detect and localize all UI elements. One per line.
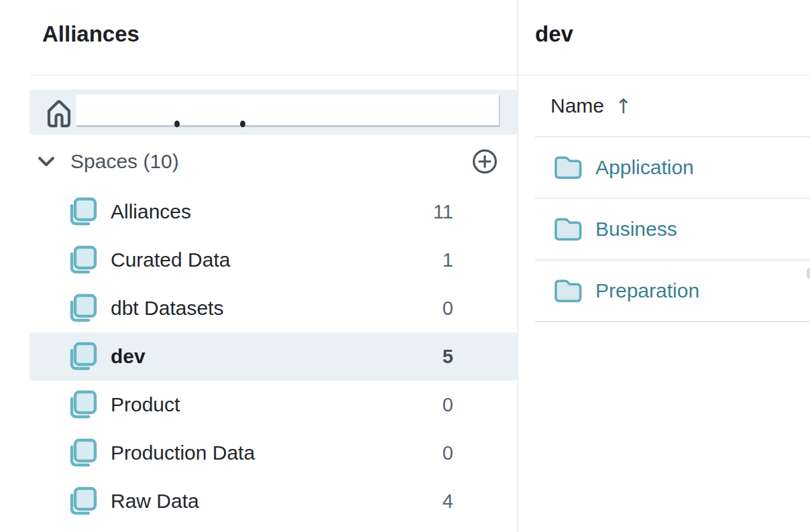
sidebar-space-item[interactable]: dbt Datasets 0 <box>30 284 517 332</box>
folder-row[interactable]: Business <box>535 199 810 261</box>
app-root: Alliances Spaces (10) <box>0 0 810 532</box>
space-icon <box>68 438 97 468</box>
clipped-scroll-element <box>807 268 810 279</box>
chevron-down-icon[interactable] <box>37 155 56 168</box>
name-column-header[interactable]: Name <box>551 94 604 117</box>
main-panel: dev Name ↑ Application Business Preparat… <box>518 0 810 532</box>
folder-icon <box>553 216 583 243</box>
sidebar: Alliances Spaces (10) <box>0 0 517 532</box>
space-item-label: dev <box>111 345 146 368</box>
space-item-label: dbt Datasets <box>111 297 223 320</box>
space-item-label: Product <box>111 393 180 416</box>
space-icon <box>68 486 97 517</box>
folder-list: Application Business Preparation <box>518 137 810 322</box>
folder-row[interactable]: Application <box>535 137 810 199</box>
sidebar-space-item[interactable]: Raw Data 4 <box>30 477 517 525</box>
space-item-count: 0 <box>443 442 453 464</box>
folder-row[interactable]: Preparation <box>535 261 810 322</box>
space-item-count: 1 <box>443 249 453 271</box>
redacted-text-artifact <box>240 121 245 127</box>
folder-icon <box>553 277 583 304</box>
spaces-section-header[interactable]: Spaces (10) <box>0 147 517 176</box>
space-item-count: 5 <box>443 346 453 368</box>
folder-link[interactable]: Application <box>595 156 694 179</box>
home-icon <box>45 97 73 128</box>
folder-link[interactable]: Business <box>595 218 677 241</box>
space-icon <box>68 341 97 372</box>
main-title: dev <box>518 0 810 49</box>
folder-link[interactable]: Preparation <box>595 279 699 302</box>
space-icon <box>68 196 97 227</box>
redacted-text-artifact <box>174 121 180 127</box>
sort-ascending-icon[interactable]: ↑ <box>615 94 632 118</box>
plus-circle-icon <box>472 149 498 174</box>
sidebar-space-item[interactable]: Alliances 11 <box>30 188 517 236</box>
home-row[interactable] <box>30 90 517 135</box>
space-item-label: Alliances <box>111 200 191 223</box>
spaces-section-label: Spaces (10) <box>70 150 179 173</box>
sidebar-space-item[interactable]: Production Data 0 <box>30 429 517 477</box>
sidebar-space-item[interactable]: dev 5 <box>30 332 517 381</box>
sidebar-space-item[interactable]: Curated Data 1 <box>30 236 517 284</box>
table-header[interactable]: Name ↑ <box>518 76 810 136</box>
sidebar-title-divider <box>30 74 517 76</box>
space-item-count: 0 <box>443 297 453 320</box>
space-item-label: Curated Data <box>111 249 230 271</box>
space-item-count: 0 <box>443 394 453 416</box>
folder-icon <box>553 154 583 181</box>
space-item-count: 11 <box>433 201 453 223</box>
space-item-label: Raw Data <box>111 490 199 513</box>
space-item-count: 4 <box>443 490 453 513</box>
add-space-button[interactable] <box>472 149 498 174</box>
space-item-label: Production Data <box>111 442 255 464</box>
sidebar-title: Alliances <box>0 0 517 49</box>
spaces-list: Alliances 11 Curated Data 1 dbt Datasets… <box>0 188 517 525</box>
space-icon <box>68 389 97 420</box>
redacted-home-label <box>76 94 499 125</box>
sidebar-space-item[interactable]: Product 0 <box>30 381 517 429</box>
space-icon <box>68 245 97 275</box>
space-icon <box>68 293 97 324</box>
